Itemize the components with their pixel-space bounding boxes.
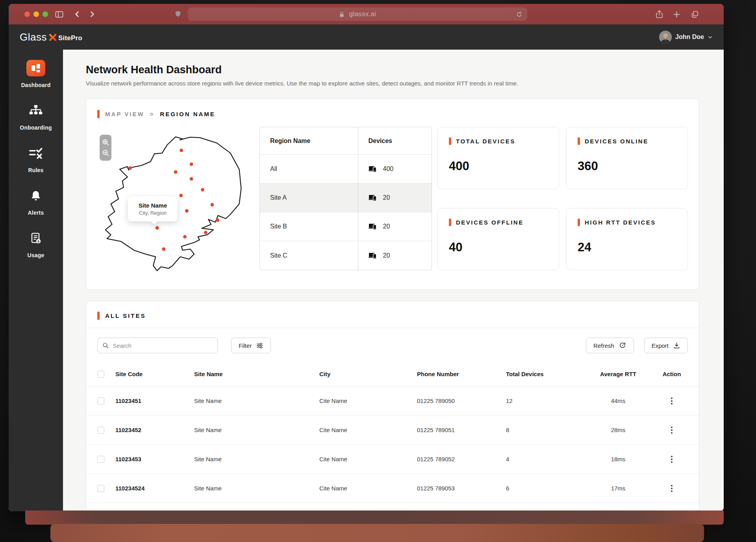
usage-icon: $: [30, 230, 42, 247]
url-text: glassx.ai: [349, 10, 376, 18]
sidebar-label: Alerts: [28, 210, 44, 216]
tooltip-site-name: Site Name: [139, 202, 167, 209]
avatar: [659, 31, 672, 43]
col-site-name: Site Name: [194, 371, 319, 377]
stat-label: TOTAL DEVICES: [456, 138, 515, 145]
region-row-site-c[interactable]: Site C 20: [260, 241, 432, 270]
map-site-dot[interactable]: [190, 163, 193, 166]
map-site-dot[interactable]: [156, 226, 159, 230]
map-site-dot[interactable]: [162, 247, 165, 251]
app-header: Glass SitePro: [9, 24, 724, 50]
main-content: Network Health Dashboard Visualize netwo…: [63, 50, 724, 511]
region-row-site-a[interactable]: Site A 20: [260, 184, 432, 212]
map-breadcrumb: MAP VIEW > REGION NAME: [97, 110, 688, 118]
sidebar-item-onboarding[interactable]: Onboarding: [20, 102, 52, 131]
shield-icon[interactable]: [173, 9, 183, 19]
brand-logo: Glass SitePro: [20, 31, 82, 43]
row-actions-kebab-icon[interactable]: [669, 396, 674, 406]
zoom-in-icon[interactable]: [102, 139, 109, 146]
row-checkbox[interactable]: [97, 456, 104, 463]
map-site-dot[interactable]: [128, 166, 132, 170]
sidebar-item-dashboard[interactable]: Dashboard: [21, 60, 51, 88]
stat-label: HIGH RTT DEVICES: [585, 219, 656, 226]
map-site-dot[interactable]: [185, 209, 189, 213]
sites-table-header: Site Code Site Name City Phone Number To…: [86, 362, 699, 386]
devices-icon: [369, 194, 378, 202]
user-menu[interactable]: John Doe: [659, 31, 713, 43]
cell-site-code: 11023453: [115, 456, 194, 462]
close-window-button[interactable]: [24, 11, 30, 17]
accent-bar: [578, 219, 580, 226]
region-name: All: [260, 155, 358, 183]
region-map[interactable]: Site Name City, Region: [97, 127, 254, 274]
search-input-wrapper[interactable]: [97, 338, 218, 353]
address-bar[interactable]: glassx.ai: [188, 7, 527, 21]
reload-icon[interactable]: [514, 9, 524, 19]
map-site-dot[interactable]: [201, 188, 204, 191]
zoom-out-icon[interactable]: [102, 149, 109, 157]
map-site-dot[interactable]: [179, 194, 183, 197]
select-all-checkbox[interactable]: [97, 371, 104, 378]
sites-toolbar: Filter Refresh: [86, 328, 699, 362]
cell-total-devices: 6: [506, 485, 581, 492]
row-actions-kebab-icon[interactable]: [669, 454, 674, 464]
export-button[interactable]: Export: [644, 338, 688, 353]
brand-secondary: SitePro: [58, 34, 82, 42]
tabs-overview-icon[interactable]: [690, 9, 699, 19]
sidebar-item-usage[interactable]: $ Usage: [27, 230, 44, 258]
back-button[interactable]: [72, 9, 82, 19]
rules-icon: [29, 145, 43, 161]
filter-button[interactable]: Filter: [231, 338, 271, 353]
all-sites-card: ALL SITES Filter: [86, 301, 699, 511]
search-input[interactable]: [113, 342, 213, 349]
breadcrumb-section: MAP VIEW: [105, 111, 145, 117]
map-site-dot[interactable]: [216, 219, 219, 222]
refresh-button[interactable]: Refresh: [586, 338, 634, 353]
svg-text:$: $: [37, 239, 39, 243]
cell-phone: 01225 789052: [417, 456, 506, 462]
tooltip-city-region: City, Region: [139, 210, 167, 216]
map-site-dot[interactable]: [190, 177, 193, 181]
col-action: Action: [663, 371, 681, 377]
download-icon: [673, 342, 680, 349]
map-site-dot[interactable]: [174, 170, 178, 174]
browser-chrome: glassx.ai: [9, 4, 724, 24]
sidebar-item-alerts[interactable]: Alerts: [28, 187, 44, 216]
map-site-dot[interactable]: [204, 231, 208, 234]
region-name: Site C: [260, 241, 358, 270]
stat-card-high-rtt-devices: HIGH RTT DEVICES 24: [566, 208, 688, 270]
refresh-icon: [619, 342, 626, 349]
cell-avg-rtt: 18ms: [611, 456, 626, 462]
region-row-site-b[interactable]: Site B 20: [260, 212, 432, 241]
cell-site-name: Site Name: [194, 397, 319, 404]
zoom-window-button[interactable]: [43, 11, 48, 17]
row-actions-kebab-icon[interactable]: [669, 483, 674, 494]
map-site-dot[interactable]: [180, 148, 183, 152]
cell-site-code: 11023451: [115, 397, 194, 404]
minimize-window-button[interactable]: [33, 11, 39, 17]
user-name: John Doe: [675, 33, 704, 41]
sidebar: Dashboard Onboarding: [9, 50, 63, 511]
devices-header: Devices: [358, 127, 432, 154]
stat-card-devices-offline: DEVICES OFFLINE 40: [437, 208, 559, 270]
map-site-dot[interactable]: [211, 203, 214, 206]
row-checkbox[interactable]: [97, 485, 104, 492]
bell-icon: [30, 187, 42, 204]
cell-site-name: Site Name: [194, 456, 319, 462]
devices-count: 20: [383, 194, 390, 201]
share-icon[interactable]: [654, 9, 664, 19]
map-site-dot[interactable]: [183, 235, 187, 239]
cell-site-name: Site Name: [194, 427, 319, 433]
sidebar-item-rules[interactable]: Rules: [28, 145, 43, 173]
devices-icon: [369, 252, 378, 260]
new-tab-icon[interactable]: [672, 9, 681, 19]
table-row: 11023453 Site Name Cite Name 01225 78905…: [86, 445, 699, 474]
row-checkbox[interactable]: [97, 397, 104, 405]
sidebar-toggle-icon[interactable]: [54, 9, 64, 19]
table-row: 11023452 Site Name Cite Name 01225 78905…: [86, 416, 699, 445]
forward-button[interactable]: [87, 9, 97, 19]
row-actions-kebab-icon[interactable]: [669, 425, 674, 435]
row-checkbox[interactable]: [97, 427, 104, 434]
cell-total-devices: 8: [506, 427, 581, 433]
region-row-all[interactable]: All 400: [260, 155, 432, 184]
